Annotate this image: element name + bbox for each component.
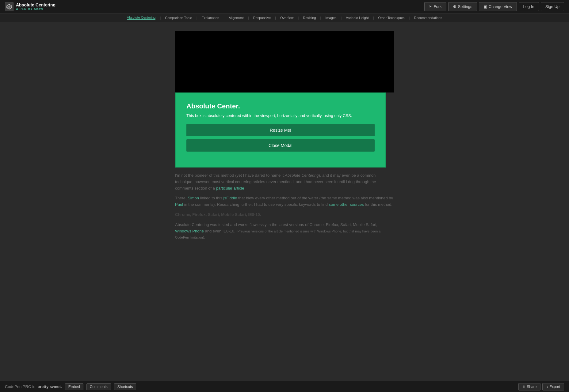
- login-button[interactable]: Log In: [519, 2, 539, 11]
- app-title-area: Absolute Centering A PEN BY Shaw: [16, 2, 55, 11]
- export-button[interactable]: ↓ Export: [542, 383, 564, 390]
- para1-start: I'm not the pioneer of this method (yet …: [175, 173, 285, 178]
- app-title: Absolute Centering: [16, 2, 55, 7]
- nav-separator: |: [248, 16, 249, 20]
- main-content: Absolute Center. This box is absolutely …: [0, 22, 569, 271]
- sweet-text: pretty sweet.: [37, 384, 62, 389]
- close-modal-button[interactable]: Close Modal: [186, 139, 375, 152]
- resize-me-button[interactable]: Resize Me!: [186, 124, 375, 136]
- windows-phone-link[interactable]: Windows Phone: [175, 229, 204, 233]
- bottom-left: CodePen PRO is pretty sweet. Embed Comme…: [5, 383, 136, 390]
- top-navigation: Absolute Centering A PEN BY Shaw ✂ Fork …: [0, 0, 569, 13]
- para3-mid: and even IE8-10.: [204, 229, 236, 233]
- article-para-1: I'm not the pioneer of this method (yet …: [175, 172, 394, 191]
- fork-icon: ✂: [429, 4, 432, 9]
- sec-nav-comparison-table[interactable]: Comparison Table: [165, 16, 192, 20]
- sec-nav-alignment[interactable]: Alignment: [229, 16, 244, 20]
- particular-article-link[interactable]: particular article: [216, 186, 244, 190]
- bottom-bar: CodePen PRO is pretty sweet. Embed Comme…: [0, 381, 569, 392]
- para2-cont: that blew every other method out of the …: [237, 196, 393, 200]
- paul-link[interactable]: Paul: [175, 202, 183, 207]
- para2-end: in the comments). Researching further, I…: [183, 202, 329, 207]
- author-name: Shaw: [34, 7, 43, 11]
- sec-nav-absolute-centering[interactable]: Absolute Centering: [127, 16, 156, 20]
- nav-separator: |: [160, 16, 161, 20]
- sec-nav-overflow[interactable]: Overflow: [280, 16, 293, 20]
- app-subtitle: A PEN BY Shaw: [16, 7, 55, 11]
- signup-button[interactable]: Sign Up: [541, 2, 564, 11]
- preview-area: [175, 31, 394, 92]
- sec-nav-images[interactable]: Images: [325, 16, 336, 20]
- export-icon: ↓: [546, 385, 548, 389]
- para2-final: for this method.: [364, 202, 392, 207]
- codepen-pro-text: CodePen PRO is pretty sweet.: [5, 384, 62, 389]
- para3-start: Absolute Centering was tested and works …: [175, 222, 377, 227]
- secondary-navigation: Absolute Centering | Comparison Table | …: [0, 13, 569, 22]
- subtitle-text: A PEN BY: [16, 7, 33, 11]
- modal-box: Absolute Center. This box is absolutely …: [175, 92, 386, 168]
- share-button[interactable]: ⬆ Share: [518, 383, 540, 390]
- gear-icon: ⚙: [453, 4, 456, 9]
- nav-separator: |: [320, 16, 321, 20]
- sec-nav-resizing[interactable]: Resizing: [303, 16, 316, 20]
- nav-separator: |: [298, 16, 299, 20]
- article-para-2: There, Simon linked to this jsFiddle tha…: [175, 195, 394, 208]
- change-view-button[interactable]: ▣ Change View: [479, 2, 517, 11]
- codepen-logo-icon: [5, 2, 13, 11]
- share-icon: ⬆: [522, 385, 525, 389]
- nav-separator: |: [275, 16, 276, 20]
- article-para-3: Absolute Centering was tested and works …: [175, 222, 394, 241]
- article-content: I'm not the pioneer of this method (yet …: [175, 168, 394, 249]
- logo-area: Absolute Centering A PEN BY Shaw: [5, 2, 55, 11]
- settings-button[interactable]: ⚙ Settings: [448, 2, 477, 11]
- article-bold-label: Chrome, Firefox, Safari, Mobile Safari, …: [175, 212, 394, 218]
- nav-separator: |: [373, 16, 374, 20]
- pro-prefix: CodePen PRO is: [5, 384, 35, 389]
- nav-separator: |: [409, 16, 410, 20]
- fork-button[interactable]: ✂ Fork: [424, 2, 446, 11]
- nav-separator: |: [341, 16, 342, 20]
- other-sources-link[interactable]: some other sources: [329, 202, 364, 207]
- para2-start: There,: [175, 196, 188, 200]
- sec-nav-other-techniques[interactable]: Other Techniques: [378, 16, 405, 20]
- sec-nav-explanation[interactable]: Explanation: [202, 16, 220, 20]
- sec-nav-variable-height[interactable]: Variable Height: [346, 16, 369, 20]
- para2-mid: linked to this: [199, 196, 223, 200]
- content-wrapper: Absolute Center. This box is absolutely …: [0, 28, 569, 265]
- svg-marker-1: [8, 6, 10, 8]
- monitor-icon: ▣: [483, 4, 487, 9]
- sec-nav-responsive[interactable]: Responsive: [253, 16, 271, 20]
- simon-link[interactable]: Simon: [188, 196, 199, 200]
- embed-button[interactable]: Embed: [65, 383, 83, 390]
- modal-description: This box is absolutely centered within t…: [186, 113, 375, 118]
- shortcuts-button[interactable]: Shortcuts: [114, 383, 136, 390]
- preview-and-modal: Absolute Center. This box is absolutely …: [175, 28, 394, 249]
- nav-separator: |: [197, 16, 197, 20]
- jsfiddle-link[interactable]: jsFiddle: [223, 196, 237, 200]
- para1-italic: Absolute Centering: [285, 173, 319, 178]
- nav-separator: |: [223, 16, 224, 20]
- bottom-right: ⬆ Share ↓ Export: [518, 383, 564, 390]
- comments-button[interactable]: Comments: [86, 383, 111, 390]
- sec-nav-recommendations[interactable]: Recommendations: [414, 16, 442, 20]
- nav-buttons: ✂ Fork ⚙ Settings ▣ Change View Log In S…: [424, 2, 564, 11]
- modal-title: Absolute Center.: [186, 102, 375, 110]
- browser-support-label: Chrome, Firefox, Safari, Mobile Safari, …: [175, 212, 261, 217]
